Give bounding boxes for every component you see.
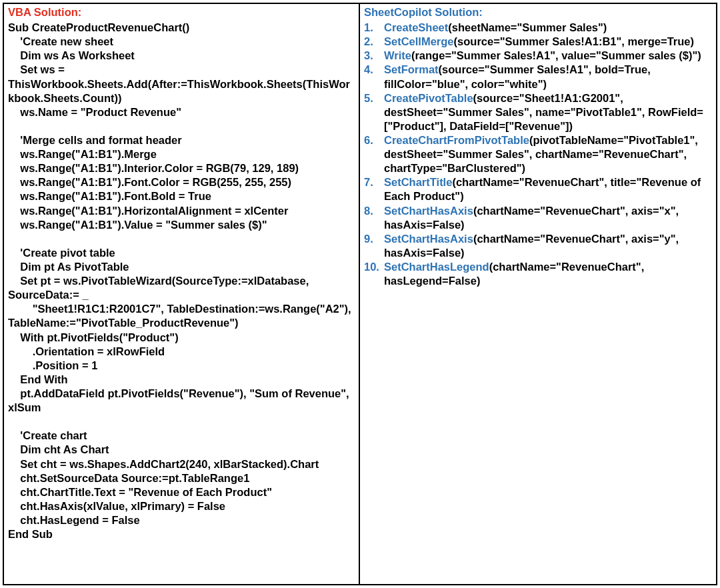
comparison-container: VBA Solution: Sub CreateProductRevenueCh… bbox=[3, 3, 717, 585]
list-item: CreateChartFromPivotTable(pivotTableName… bbox=[364, 133, 712, 175]
list-item: CreatePivotTable(source="Sheet1!A1:G2001… bbox=[364, 91, 712, 133]
sheetcopilot-title: SheetCopilot Solution: bbox=[364, 5, 712, 19]
list-item: SetChartHasAxis(chartName="RevenueChart"… bbox=[364, 232, 712, 260]
fn-name: CreateChartFromPivotTable bbox=[384, 134, 529, 146]
fn-name: CreateSheet bbox=[384, 21, 448, 33]
fn-args: (sheetName="Summer Sales") bbox=[448, 21, 607, 33]
fn-name: CreatePivotTable bbox=[384, 92, 473, 104]
fn-args: (range="Summer Sales!A1", value="Summer … bbox=[411, 49, 701, 61]
list-item: SetCellMerge(source="Summer Sales!A1:B1"… bbox=[364, 35, 712, 49]
sheetcopilot-column: SheetCopilot Solution: CreateSheet(sheet… bbox=[360, 4, 716, 584]
list-item: SetChartTitle(chartName="RevenueChart", … bbox=[364, 175, 712, 203]
fn-name: SetChartHasAxis bbox=[384, 205, 473, 217]
list-item: SetChartHasAxis(chartName="RevenueChart"… bbox=[364, 204, 712, 232]
vba-column: VBA Solution: Sub CreateProductRevenueCh… bbox=[4, 4, 360, 584]
vba-title: VBA Solution: bbox=[8, 5, 355, 19]
fn-name: SetCellMerge bbox=[384, 35, 454, 47]
fn-args: (source="Summer Sales!A1:B1", merge=True… bbox=[454, 35, 694, 47]
list-item: Write(range="Summer Sales!A1", value="Su… bbox=[364, 49, 712, 63]
fn-name: SetChartTitle bbox=[384, 176, 452, 188]
list-item: SetChartHasLegend(chartName="RevenueChar… bbox=[364, 260, 712, 288]
fn-name: SetChartHasLegend bbox=[384, 261, 489, 273]
fn-name: Write bbox=[384, 49, 411, 61]
step-list: CreateSheet(sheetName="Summer Sales") Se… bbox=[364, 21, 712, 288]
list-item: SetFormat(source="Summer Sales!A1", bold… bbox=[364, 63, 712, 91]
fn-name: SetFormat bbox=[384, 63, 439, 75]
fn-name: SetChartHasAxis bbox=[384, 233, 473, 245]
list-item: CreateSheet(sheetName="Summer Sales") bbox=[364, 21, 712, 35]
vba-code-block: Sub CreateProductRevenueChart() 'Create … bbox=[8, 21, 355, 541]
